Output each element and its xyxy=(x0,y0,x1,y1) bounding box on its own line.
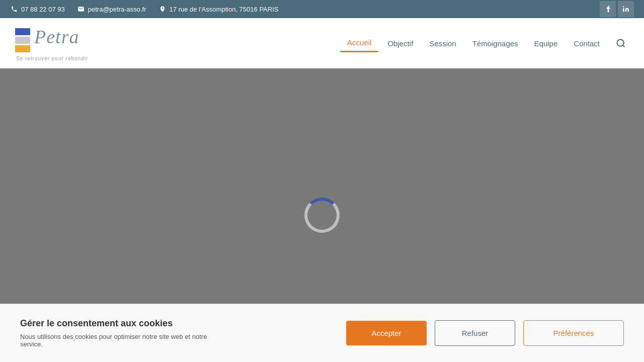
topbar-address: 17 rue de l'Assomption, 75016 PARIS xyxy=(158,5,279,13)
logo: Petra Se retrouver pour rebondir xyxy=(15,23,116,63)
refuse-button[interactable]: Refuser xyxy=(435,320,515,346)
preferences-button[interactable]: Préférences xyxy=(523,320,624,346)
topbar-left: 07 88 22 07 93 petra@petra-asso.fr 17 ru… xyxy=(10,5,278,13)
nav-item-equipe[interactable]: Equipe xyxy=(527,35,565,52)
logo-tagline: Se retrouver pour rebondir xyxy=(16,56,88,61)
phone-icon xyxy=(10,5,18,13)
topbar: 07 88 22 07 93 petra@petra-asso.fr 17 ru… xyxy=(0,0,644,18)
topbar-email: petra@petra-asso.fr xyxy=(77,5,146,13)
spinner-ring xyxy=(304,198,340,233)
nav-item-contact[interactable]: Contact xyxy=(567,35,607,52)
cookie-banner: Gérer le consentement aux cookies Nous u… xyxy=(0,304,644,362)
email-icon xyxy=(77,5,85,13)
nav-item-objectif[interactable]: Objectif xyxy=(380,35,420,52)
search-button[interactable] xyxy=(613,35,629,51)
email-text: petra@petra-asso.fr xyxy=(88,6,146,13)
linkedin-button[interactable] xyxy=(618,1,634,17)
logo-squares xyxy=(15,28,30,52)
nav-item-accueil[interactable]: Accueil xyxy=(340,34,378,52)
accept-button[interactable]: Accepter xyxy=(346,321,427,345)
topbar-social xyxy=(600,1,634,17)
nav-item-temoignages[interactable]: Témoignages xyxy=(465,35,525,52)
phone-text: 07 88 22 07 93 xyxy=(21,6,65,13)
svg-point-0 xyxy=(623,6,624,7)
logo-text: Petra xyxy=(34,26,79,48)
svg-point-1 xyxy=(617,40,624,46)
header: Petra Se retrouver pour rebondir Accueil… xyxy=(0,18,644,68)
logo-square-orange xyxy=(15,45,30,52)
logo-area: Petra Se retrouver pour rebondir xyxy=(15,23,116,63)
cookie-info: Gérer le consentement aux cookies Nous u… xyxy=(20,318,331,348)
main-nav: Accueil Objectif Session Témoignages Equ… xyxy=(340,34,629,52)
main-content: Gérer le consentement aux cookies Nous u… xyxy=(0,68,644,362)
nav-item-session[interactable]: Session xyxy=(422,35,463,52)
loading-spinner xyxy=(304,198,340,233)
cookie-description: Nous utilisons des cookies pour optimise… xyxy=(20,333,221,348)
address-text: 17 rue de l'Assomption, 75016 PARIS xyxy=(170,6,279,13)
logo-square-blue xyxy=(15,28,30,35)
topbar-phone: 07 88 22 07 93 xyxy=(10,5,65,13)
location-icon xyxy=(158,5,167,13)
facebook-button[interactable] xyxy=(600,1,616,17)
cookie-title: Gérer le consentement aux cookies xyxy=(20,318,331,329)
cookie-buttons: Accepter Refuser Préférences xyxy=(346,320,624,346)
logo-square-gray xyxy=(15,37,30,44)
